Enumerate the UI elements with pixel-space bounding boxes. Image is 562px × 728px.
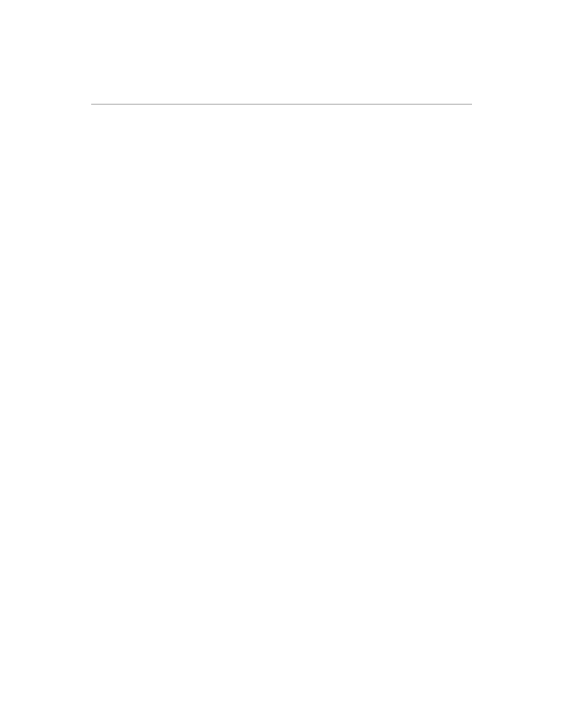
horizontal-rule xyxy=(91,104,472,104)
